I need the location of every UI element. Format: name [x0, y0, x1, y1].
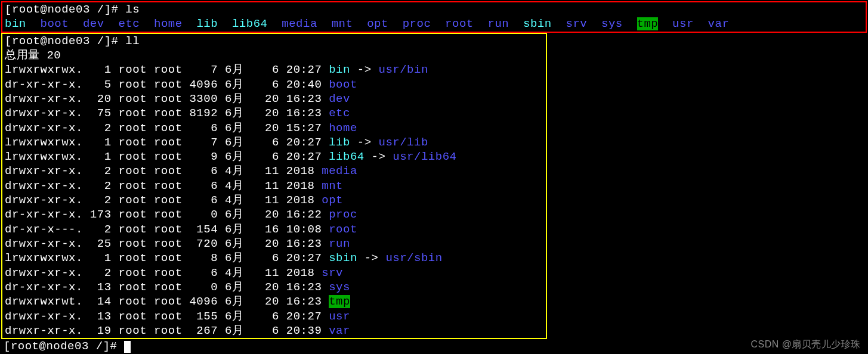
file-sys: sys	[329, 281, 350, 294]
ll-row: drwxrwxrwt. 14 root root 4096 6月 20 16:2…	[5, 294, 543, 309]
ll-command-block: [root@node03 /]# ll 总用量 20 lrwxrwxrwx. 1…	[1, 33, 547, 340]
ls-item-srv: srv	[566, 17, 587, 30]
arrow-icon: ->	[357, 251, 386, 265]
ll-row: drwxr-xr-x. 19 root root 267 6月 6 20:39 …	[5, 324, 543, 338]
file-etc: etc	[329, 107, 350, 120]
file-home: home	[329, 122, 357, 135]
file-opt: opt	[322, 194, 343, 207]
ll-row: dr-xr-xr-x. 5 root root 4096 6月 6 20:40 …	[5, 77, 543, 92]
ll-row: lrwxrwxrwx. 1 root root 8 6月 6 20:27 sbi…	[5, 251, 543, 265]
ls-item-sys: sys	[601, 17, 623, 30]
file-mnt: mnt	[322, 179, 343, 192]
prompt-current[interactable]: [root@node03 /]#	[0, 339, 868, 353]
ls-item-boot: boot	[41, 17, 69, 30]
file-run: run	[329, 237, 350, 250]
ll-row: drwxr-xr-x. 2 root root 6 4月 11 2018 opt	[5, 193, 543, 207]
file-var: var	[329, 324, 350, 337]
ls-item-bin: bin	[5, 17, 26, 30]
ls-output: bin boot dev etc home lib lib64 media mn…	[5, 17, 863, 31]
ls-command-block: [root@node03 /]# ls bin boot dev etc hom…	[1, 1, 867, 33]
ls-item-var: var	[708, 17, 730, 30]
ls-item-mnt: mnt	[332, 17, 353, 30]
file-proc: proc	[329, 208, 357, 221]
ll-row: drwxr-xr-x. 2 root root 6 6月 20 15:27 ho…	[5, 121, 543, 135]
ls-item-etc: etc	[118, 17, 140, 30]
ls-item-lib64: lib64	[232, 17, 268, 30]
arrow-icon: ->	[350, 136, 379, 149]
ll-row: lrwxrwxrwx. 1 root root 9 6月 6 20:27 lib…	[5, 150, 543, 164]
target-usr/bin: usr/bin	[379, 63, 428, 76]
file-boot: boot	[329, 78, 357, 91]
file-media: media	[322, 164, 357, 178]
ll-row: drwxr-xr-x. 13 root root 155 6月 6 20:27 …	[5, 309, 543, 324]
target-usr/sbin: usr/sbin	[385, 251, 442, 265]
file-srv: srv	[322, 266, 343, 280]
target-usr/lib64: usr/lib64	[393, 150, 456, 163]
ls-item-root: root	[445, 17, 474, 30]
ll-row: drwxr-xr-x. 25 root root 720 6月 20 16:23…	[5, 237, 543, 251]
ll-row: drwxr-xr-x. 20 root root 3300 6月 20 16:2…	[5, 92, 543, 106]
ls-item-media: media	[282, 17, 317, 30]
ll-row: drwxr-xr-x. 2 root root 6 4月 11 2018 srv	[5, 266, 543, 280]
watermark: CSDN @扇贝壳儿少珍珠	[750, 339, 861, 350]
arrow-icon: ->	[365, 150, 393, 163]
ll-row: drwxr-xr-x. 75 root root 8192 6月 20 16:2…	[5, 106, 543, 120]
ll-row: dr-xr-xr-x. 173 root root 0 6月 20 16:22 …	[5, 207, 543, 222]
file-sbin: sbin	[329, 251, 357, 265]
ls-item-sbin: sbin	[523, 17, 552, 30]
file-lib64: lib64	[329, 150, 365, 163]
arrow-icon: ->	[350, 63, 379, 76]
prompt-ls[interactable]: [root@node03 /]# ls	[5, 2, 863, 17]
ls-item-lib: lib	[196, 17, 218, 30]
ll-row: drwxr-xr-x. 2 root root 6 4月 11 2018 med…	[5, 164, 543, 178]
ls-item-opt: opt	[367, 17, 388, 30]
cursor-icon	[124, 341, 131, 353]
ls-item-home: home	[154, 17, 183, 30]
file-tmp: tmp	[329, 295, 350, 308]
file-lib: lib	[329, 136, 350, 149]
ls-item-proc: proc	[403, 17, 431, 30]
ll-row: lrwxrwxrwx. 1 root root 7 6月 6 20:27 bin…	[5, 63, 543, 77]
total-line: 总用量 20	[5, 48, 543, 63]
prompt-ll[interactable]: [root@node03 /]# ll	[5, 34, 543, 48]
ls-item-run: run	[488, 17, 509, 30]
ls-item-tmp: tmp	[637, 17, 659, 30]
ls-item-usr: usr	[672, 17, 694, 30]
ls-item-dev: dev	[83, 17, 104, 30]
file-dev: dev	[329, 92, 350, 105]
ll-row: drwxr-xr-x. 2 root root 6 4月 11 2018 mnt	[5, 179, 543, 193]
file-root: root	[329, 223, 357, 236]
target-usr/lib: usr/lib	[379, 136, 428, 149]
ll-row: lrwxrwxrwx. 1 root root 7 6月 6 20:27 lib…	[5, 135, 543, 150]
ll-row: dr-xr-x---. 2 root root 154 6月 16 10:08 …	[5, 222, 543, 237]
file-bin: bin	[329, 63, 350, 76]
file-usr: usr	[329, 310, 350, 323]
ll-output: lrwxrwxrwx. 1 root root 7 6月 6 20:27 bin…	[5, 63, 543, 338]
ll-row: dr-xr-xr-x. 13 root root 0 6月 20 16:23 s…	[5, 280, 543, 294]
